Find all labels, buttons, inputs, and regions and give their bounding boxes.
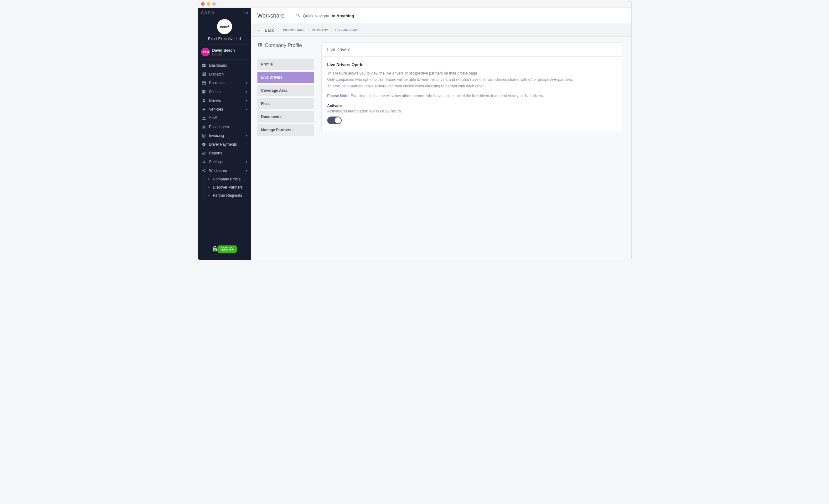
sidebar: CAB9 2.0 excel Excel Executive Ltd David… [198,8,251,260]
back-label[interactable]: Back [265,28,274,33]
chart-icon [202,151,206,155]
svg-point-15 [202,125,204,127]
svg-point-11 [203,110,203,111]
sidebar-item-invoicing[interactable]: Invoicing▾ [198,131,251,140]
sidebar-item-label: Clients [209,89,221,94]
tab-live-drivers[interactable]: Live Drivers [257,72,314,83]
sidebar-item-workshare[interactable]: Workshare▾ [198,166,251,175]
svg-rect-6 [203,91,204,92]
card-note: Please Note: Enabling this feature will … [327,94,616,98]
avatar[interactable]: David [201,48,210,57]
company-block: excel Excel Executive Ltd [198,16,251,44]
sidebar-item-passengers[interactable]: Passengers [198,122,251,131]
sidebar-item-dispatch[interactable]: Dispatch [198,70,251,79]
window-minimize-icon[interactable] [207,2,210,6]
breadcrumb-company[interactable]: COMPANY [312,29,328,32]
window-zoom-icon[interactable] [212,2,216,6]
vertical-tabs: ProfileLive DriversCoverage AreaFleetDoc… [257,59,314,136]
company-name: Excel Executive Ltd [208,37,241,41]
sidebar-item-label: Passengers [209,125,229,129]
svg-point-27 [297,14,299,16]
mac-titlebar [198,0,632,8]
company-logo[interactable]: excel [217,19,232,34]
sidebar-item-label: Vehicles [209,107,223,111]
chevron-down-icon: ▾ [246,99,247,102]
tab-documents[interactable]: Documents [257,111,314,122]
brand-accent: 9 [211,10,214,15]
svg-point-29 [259,44,260,45]
card-paragraph-2: Only companies who opt-in to this featur… [327,76,616,83]
tab-manage-partners[interactable]: Manage Partners [257,124,314,136]
search-strong: to Anything [332,13,354,18]
back-arrow-icon[interactable]: ← [257,28,262,33]
logout-link[interactable]: Logout [212,52,235,56]
brand-version: 2.0 [244,11,248,15]
main: Workshare Quick Navigate to Anything ← B… [251,8,632,260]
breadcrumb-workshare[interactable]: WORKSHARE [283,29,304,32]
sidebar-item-label: Staff [209,116,217,120]
sidebar-item-vehicles[interactable]: Vehicles▾ [198,105,251,114]
document-icon [202,134,206,138]
sidebar-item-dashboard[interactable]: Dashboard [198,61,251,70]
tab-coverage-area[interactable]: Coverage Area [257,85,314,96]
user-block: David David Beech Logout [198,44,251,60]
chevron-down-icon: ▾ [246,169,247,172]
svg-point-13 [203,117,204,118]
sidebar-item-drivers[interactable]: Drivers▾ [198,96,251,105]
activate-toggle[interactable] [327,116,342,124]
activate-subtext: Activation/Deactivation will take 12 hou… [327,109,616,113]
svg-rect-30 [258,45,260,46]
breadcrumb-live-drivers[interactable]: LIVE-DRIVERS [335,29,359,32]
sidebar-item-label: Driver Payments [209,142,237,147]
window-close-icon[interactable] [201,2,205,6]
sidebar-item-label: Dispatch [209,72,224,76]
sidebar-item-settings[interactable]: Settings▾ [198,157,251,166]
company-logo-text: excel [220,25,229,29]
sidebar-item-label: Workshare [209,169,227,173]
sidebar-item-label: Settings [209,160,223,164]
secure-badge: COMODO SECURE [198,239,251,260]
building-icon [202,89,206,94]
chevron-down-icon: ▾ [246,90,247,93]
svg-rect-21 [205,152,205,154]
note-text: Enabling this feature will allow other p… [350,94,544,98]
map-icon [202,72,206,76]
sidebar-subitem-partner-requests[interactable]: Partner Requests [204,191,251,200]
svg-point-16 [204,125,205,127]
svg-rect-2 [204,65,206,67]
note-label: Please Note: [327,94,350,98]
people-icon [202,116,206,120]
svg-rect-9 [204,92,205,92]
share-icon [202,169,206,173]
chevron-down-icon: ▾ [246,134,247,137]
chevron-down-icon: ▾ [246,108,247,111]
quick-navigate[interactable]: Quick Navigate to Anything [296,13,354,19]
sidebar-item-driver-payments[interactable]: Driver Payments [198,140,251,149]
card-subheading: Live Drivers Opt-In [327,62,616,67]
page-title: Workshare [257,12,285,19]
topbar: Workshare Quick Navigate to Anything [251,8,632,24]
svg-rect-5 [202,90,205,94]
sidebar-item-bookings[interactable]: Bookings▾ [198,79,251,87]
sidebar-item-reports[interactable]: Reports [198,149,251,157]
check-icon [202,142,206,147]
sidebar-item-label: Drivers [209,98,221,103]
sidebar-item-staff[interactable]: Staff [198,114,251,122]
sidebar-subitem-company-profile[interactable]: Company Profile [204,175,251,183]
sidebar-subitem-discover-partners[interactable]: Discover Partners [204,183,251,191]
dashboard-icon [202,63,206,68]
car-icon [202,107,206,111]
svg-point-14 [204,117,205,118]
tab-profile[interactable]: Profile [257,59,314,70]
tab-fleet[interactable]: Fleet [257,98,314,109]
svg-rect-7 [204,91,205,92]
secure-pill: COMODO SECURE [217,245,238,253]
svg-rect-4 [202,82,206,84]
section-title: Company Profile [265,43,302,48]
sidebar-item-clients[interactable]: Clients▾ [198,87,251,96]
sidebar-item-label: Reports [209,151,222,155]
calendar-icon [202,81,206,85]
app-window: CAB9 2.0 excel Excel Executive Ltd David… [197,0,632,260]
svg-rect-0 [202,64,204,66]
card-paragraph-3: This will help partners make a more info… [327,83,616,89]
